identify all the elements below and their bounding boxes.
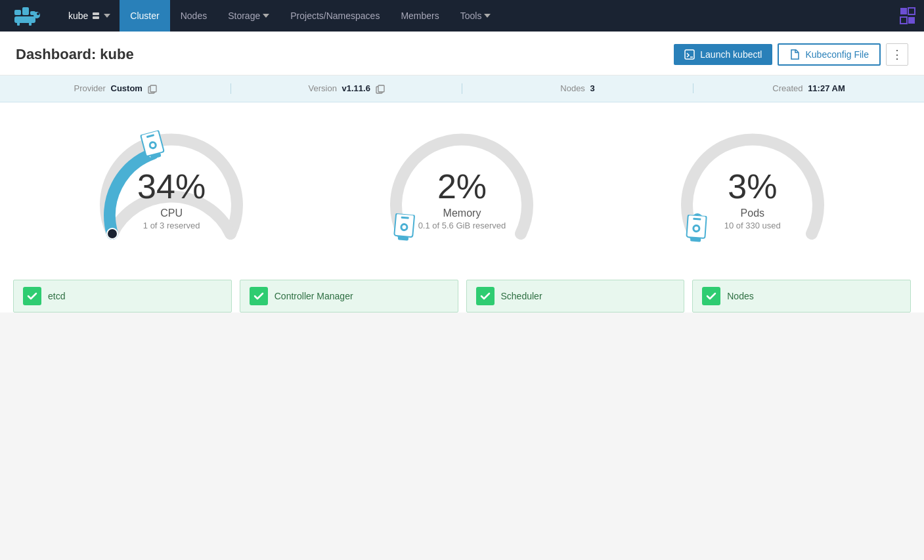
kubeconfig-button[interactable]: Kubeconfig File	[778, 43, 881, 66]
status-etcd: etcd	[13, 280, 232, 312]
status-scheduler: Scheduler	[466, 280, 685, 312]
pods-indicator	[683, 214, 709, 248]
status-check-scheduler	[476, 287, 495, 305]
terminal-icon	[684, 49, 695, 60]
more-options-button[interactable]: ⋮	[886, 43, 908, 66]
svg-rect-8	[93, 12, 99, 15]
page-title: Dashboard: kube	[16, 46, 666, 63]
status-check-controller	[250, 287, 268, 305]
status-check-etcd	[23, 287, 41, 305]
memory-gauge-svg: 2% Memory 0.1 of 5.6 GiB reserved	[370, 122, 554, 253]
cpu-center-text: 34% CPU 1 of 3 reserved	[137, 169, 206, 230]
pods-gauge-svg: 3% Pods 10 of 330 used	[661, 122, 845, 253]
svg-rect-16	[150, 85, 156, 92]
svg-rect-9	[93, 16, 99, 19]
top-navigation: kube Cluster Nodes Storage Projects/Name…	[0, 0, 924, 32]
check-icon	[706, 291, 716, 301]
nav-tools[interactable]: Tools	[450, 0, 502, 32]
copy-icon[interactable]	[148, 85, 157, 94]
nav-cluster[interactable]: Cluster	[120, 0, 169, 32]
svg-rect-1	[22, 7, 29, 15]
page-header: Dashboard: kube Launch kubectl Kubeconfi…	[0, 32, 924, 75]
chevron-down-icon	[484, 14, 491, 18]
server-icon	[92, 12, 100, 20]
grid-icon	[899, 7, 917, 25]
nav-storage[interactable]: Storage	[217, 0, 280, 32]
pods-center-text: 3% Pods 10 of 330 used	[724, 169, 781, 230]
gauges-section: 34% CPU 1 of 3 reserved	[0, 102, 924, 267]
check-icon	[253, 291, 264, 301]
gauge-indicator-icon	[391, 213, 418, 245]
svg-rect-13	[908, 17, 915, 24]
status-check-nodes	[702, 287, 720, 305]
launch-kubectl-button[interactable]: Launch kubectl	[674, 44, 772, 65]
pods-gauge: 3% Pods 10 of 330 used	[654, 122, 851, 253]
nav-members[interactable]: Members	[390, 0, 449, 32]
svg-point-6	[33, 12, 40, 18]
provider-info: Provider Custom	[0, 83, 231, 94]
logo	[0, 0, 59, 32]
memory-center-text: 2% Memory 0.1 of 5.6 GiB reserved	[418, 169, 506, 230]
svg-rect-4	[17, 22, 20, 26]
svg-rect-18	[378, 85, 384, 92]
svg-rect-0	[14, 10, 21, 15]
svg-rect-10	[900, 8, 907, 14]
status-label-nodes: Nodes	[727, 291, 753, 301]
gauge-indicator-icon	[683, 214, 709, 246]
info-bar: Provider Custom Version v1.11.6 Nodes 3 …	[0, 75, 924, 102]
chevron-down-icon	[263, 14, 269, 18]
cpu-gauge: 34% CPU 1 of 3 reserved	[73, 122, 270, 253]
status-label-etcd: etcd	[48, 291, 65, 301]
copy-icon[interactable]	[376, 85, 385, 94]
svg-rect-14	[685, 50, 694, 59]
memory-indicator	[391, 213, 417, 248]
nav-nodes[interactable]: Nodes	[170, 0, 217, 32]
check-icon	[480, 291, 491, 301]
status-nodes: Nodes	[692, 280, 911, 312]
svg-rect-5	[29, 22, 32, 26]
cpu-gauge-svg: 34% CPU 1 of 3 reserved	[79, 122, 263, 253]
nav-projects[interactable]: Projects/Namespaces	[280, 0, 390, 32]
status-label-scheduler: Scheduler	[501, 291, 542, 301]
grid-menu-button[interactable]	[892, 0, 924, 32]
status-bar: etcd Controller Manager Scheduler Nodes	[0, 267, 924, 312]
created-info: Created 11:27 AM	[693, 83, 924, 93]
rancher-logo-icon	[13, 5, 46, 27]
svg-rect-11	[908, 8, 915, 14]
chevron-down-icon	[104, 14, 110, 18]
svg-point-7	[37, 12, 39, 15]
nodes-info: Nodes 3	[462, 83, 693, 93]
status-controller-manager: Controller Manager	[240, 280, 458, 312]
svg-rect-12	[900, 17, 907, 24]
cluster-selector[interactable]: kube	[59, 0, 120, 32]
check-icon	[27, 291, 37, 301]
version-info: Version v1.11.6	[231, 83, 462, 94]
file-icon	[789, 49, 800, 60]
svg-point-19	[107, 228, 118, 239]
status-label-controller: Controller Manager	[275, 291, 353, 301]
memory-gauge: 2% Memory 0.1 of 5.6 GiB reserved	[363, 122, 560, 253]
cluster-name: kube	[68, 11, 88, 21]
